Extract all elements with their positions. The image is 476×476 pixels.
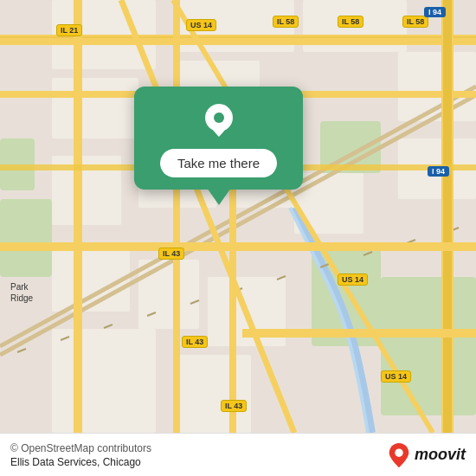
svg-rect-4	[381, 277, 476, 415]
road-label-i94-mid: I 94	[428, 166, 449, 177]
road-label-us14-low: US 14	[381, 370, 411, 383]
bottom-bar: © OpenStreetMap contributors Ellis Data …	[0, 433, 476, 476]
svg-point-49	[214, 113, 224, 123]
svg-rect-46	[242, 329, 476, 338]
road-label-i94-top: I 94	[424, 7, 446, 17]
road-label-us14-mid: US 14	[338, 273, 368, 286]
location-text: Ellis Data Services, Chicago	[10, 456, 151, 468]
road-label-il43-1: IL 43	[158, 248, 184, 260]
road-label-il58-1: IL 58	[273, 16, 299, 28]
copyright-text: © OpenStreetMap contributors	[10, 442, 151, 454]
svg-rect-38	[74, 0, 82, 433]
svg-point-50	[395, 448, 402, 456]
map-container: IL 21 US 14 IL 58 IL 58 IL 58 I 94 IL 43…	[0, 0, 476, 433]
moovit-text: moovit	[415, 446, 466, 464]
road-label-us14-top: US 14	[186, 19, 216, 31]
svg-rect-1	[0, 199, 52, 277]
road-label-il58-3: IL 58	[402, 16, 428, 28]
road-label-il43-3: IL 43	[221, 400, 247, 412]
svg-rect-14	[52, 242, 130, 312]
svg-rect-7	[52, 78, 138, 138]
place-label-ridge: Ridge	[10, 293, 33, 303]
place-label-park: Park	[10, 282, 29, 292]
road-label-il21: IL 21	[56, 24, 82, 36]
svg-rect-43	[0, 242, 476, 251]
road-label-il43-2: IL 43	[182, 336, 208, 348]
svg-rect-39	[173, 0, 180, 433]
svg-rect-15	[138, 260, 199, 329]
location-pin-icon	[200, 102, 238, 140]
map-svg	[0, 0, 476, 433]
svg-rect-21	[173, 355, 251, 433]
moovit-pin-icon	[387, 441, 411, 469]
svg-rect-18	[398, 52, 476, 121]
popup-card: Take me there	[134, 87, 303, 190]
svg-rect-36	[0, 36, 476, 38]
svg-rect-20	[52, 329, 156, 433]
svg-rect-42	[443, 0, 452, 433]
road-label-il58-2: IL 58	[338, 16, 363, 28]
moovit-logo: moovit	[387, 441, 466, 469]
take-me-there-button[interactable]: Take me there	[160, 149, 277, 177]
